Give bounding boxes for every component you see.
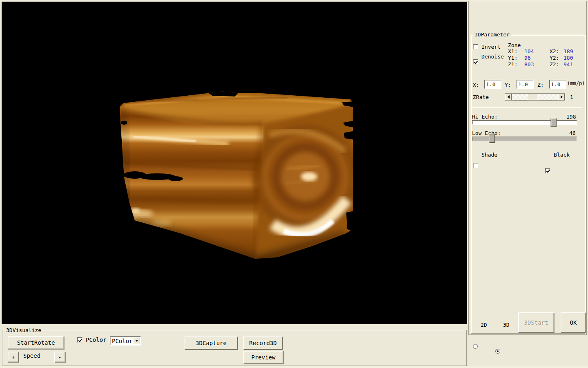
separator <box>471 107 582 108</box>
zone-y1-value: 96 <box>524 55 531 61</box>
start-rotate-button[interactable]: StartRotate <box>8 336 64 349</box>
scale-x-label: X: <box>473 82 479 88</box>
scale-z-input[interactable] <box>549 80 566 89</box>
zone-z1-value: 803 <box>524 61 534 67</box>
mode-3d-radio[interactable] <box>495 349 500 354</box>
shade-label: Shade <box>481 152 497 158</box>
black-label: Black <box>554 152 570 158</box>
volume-3d-render <box>2 2 467 324</box>
zrate-scroll-track[interactable] <box>512 94 558 100</box>
start3d-button[interactable]: 3DStart <box>518 312 554 333</box>
scale-unit-label: (mm/p) <box>567 81 585 87</box>
low-echo-slider[interactable] <box>472 137 577 141</box>
mode-2d-label: 2D <box>481 322 487 328</box>
capture-button[interactable]: 3DCapture <box>185 337 238 350</box>
pcolor-label: PColor <box>86 337 107 343</box>
zone-x1-label: X1: <box>508 48 517 54</box>
zone-x1-value: 104 <box>524 48 534 54</box>
shade-checkbox[interactable] <box>473 163 478 168</box>
scale-z-label: Z: <box>537 82 544 88</box>
mode-3d-label: 3D <box>503 322 510 328</box>
speed-label: Speed <box>23 353 40 359</box>
parameter-panel: 3DParameter Invert Denoise Zone X1: 104 … <box>468 1 587 335</box>
zone-x2-label: X2: <box>550 48 559 54</box>
hi-echo-label: Hi Echo: <box>472 114 498 120</box>
window-bottom-border <box>0 367 588 367</box>
scale-x-input[interactable] <box>484 80 501 89</box>
record-button[interactable]: Record3D <box>243 337 283 350</box>
zone-z2-label: Z2: <box>550 61 559 67</box>
black-checkbox[interactable] <box>545 168 550 173</box>
ok-button[interactable]: OK <box>561 312 586 333</box>
pcolor-checkbox[interactable] <box>77 337 82 343</box>
visualize-groupbox-title: 3DVisualize <box>5 327 42 333</box>
low-echo-slider-thumb[interactable] <box>490 135 495 143</box>
invert-checkbox[interactable] <box>473 44 478 49</box>
low-echo-label: Low Echo: <box>472 130 501 136</box>
arrow-right-icon <box>561 95 563 99</box>
zone-y2-label: Y2: <box>550 55 559 61</box>
zrate-label: ZRate <box>473 94 489 100</box>
zone-x2-value: 189 <box>564 48 573 54</box>
scale-y-label: Y: <box>505 82 511 88</box>
pcolor-dropdown-value: PColor <box>110 338 133 344</box>
zone-z1-label: Z1: <box>508 61 517 67</box>
zrate-scrollbar[interactable] <box>505 93 565 101</box>
speed-minus-button[interactable]: - <box>54 352 65 362</box>
zone-z2-value: 941 <box>564 61 573 67</box>
zone-y1-label: Y1: <box>508 55 517 61</box>
denoise-label: Denoise <box>481 54 504 60</box>
render-viewport[interactable] <box>2 2 467 324</box>
chevron-down-icon <box>135 340 138 342</box>
preview-button[interactable]: Preview <box>243 351 283 364</box>
speed-plus-button[interactable]: + <box>8 352 19 362</box>
denoise-checkbox[interactable] <box>473 59 478 65</box>
hi-echo-slider[interactable] <box>472 120 577 125</box>
pcolor-dropdown[interactable]: PColor <box>110 336 141 346</box>
hi-echo-value: 198 <box>566 114 576 120</box>
zrate-scroll-thumb[interactable] <box>528 94 538 100</box>
zrate-scroll-right-button[interactable] <box>558 94 565 100</box>
zone-label: Zone <box>508 42 521 48</box>
arrow-left-icon <box>508 95 510 99</box>
zrate-scroll-left-button[interactable] <box>505 94 512 100</box>
invert-label: Invert <box>481 44 501 50</box>
mode-2d-radio[interactable] <box>473 344 478 349</box>
low-echo-value: 46 <box>569 130 576 136</box>
pcolor-dropdown-button[interactable] <box>133 337 140 344</box>
zrate-value: 1 <box>570 94 573 100</box>
scale-y-input[interactable] <box>517 80 534 89</box>
parameter-groupbox-title: 3DParameter <box>473 31 511 38</box>
zone-y2-value: 180 <box>564 55 573 61</box>
hi-echo-slider-thumb[interactable] <box>551 118 556 126</box>
